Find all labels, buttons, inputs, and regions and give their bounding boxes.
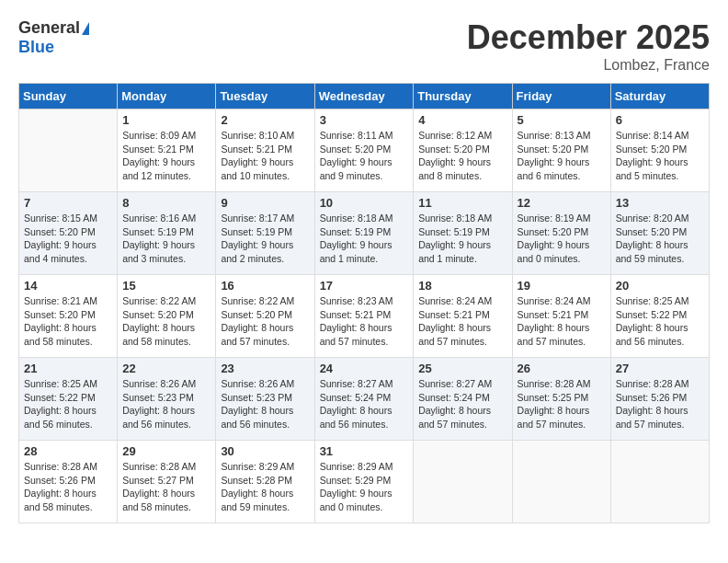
calendar-day-cell: 16Sunrise: 8:22 AMSunset: 5:20 PMDayligh… (216, 275, 314, 358)
day-info: Sunrise: 8:29 AMSunset: 5:29 PMDaylight:… (320, 460, 409, 514)
day-number: 9 (221, 196, 309, 210)
day-info: Sunrise: 8:26 AMSunset: 5:23 PMDaylight:… (221, 377, 309, 431)
day-number: 25 (418, 362, 506, 375)
calendar-header-row: SundayMondayTuesdayWednesdayThursdayFrid… (19, 84, 710, 109)
day-of-week-header: Tuesday (216, 84, 314, 109)
calendar-day-cell: 2Sunrise: 8:10 AMSunset: 5:21 PMDaylight… (216, 109, 314, 192)
day-info: Sunrise: 8:18 AMSunset: 5:19 PMDaylight:… (418, 212, 506, 266)
calendar-day-cell: 21Sunrise: 8:25 AMSunset: 5:22 PMDayligh… (19, 358, 118, 441)
day-number: 10 (320, 196, 409, 210)
calendar-day-cell: 24Sunrise: 8:27 AMSunset: 5:24 PMDayligh… (314, 358, 414, 441)
day-info: Sunrise: 8:11 AMSunset: 5:20 PMDaylight:… (320, 129, 409, 183)
day-number: 14 (24, 279, 112, 293)
calendar-day-cell (610, 441, 709, 523)
day-info: Sunrise: 8:15 AMSunset: 5:20 PMDaylight:… (24, 212, 112, 266)
day-info: Sunrise: 8:28 AMSunset: 5:27 PMDaylight:… (122, 460, 210, 514)
calendar: SundayMondayTuesdayWednesdayThursdayFrid… (18, 83, 710, 523)
day-of-week-header: Saturday (610, 84, 709, 109)
calendar-week-row: 14Sunrise: 8:21 AMSunset: 5:20 PMDayligh… (19, 275, 710, 358)
day-info: Sunrise: 8:09 AMSunset: 5:21 PMDaylight:… (122, 129, 210, 183)
calendar-day-cell: 8Sunrise: 8:16 AMSunset: 5:19 PMDaylight… (118, 192, 216, 275)
calendar-day-cell: 3Sunrise: 8:11 AMSunset: 5:20 PMDaylight… (314, 109, 414, 192)
day-info: Sunrise: 8:25 AMSunset: 5:22 PMDaylight:… (24, 377, 112, 431)
day-number: 13 (616, 196, 704, 210)
calendar-day-cell: 28Sunrise: 8:28 AMSunset: 5:26 PMDayligh… (19, 441, 118, 523)
calendar-day-cell: 11Sunrise: 8:18 AMSunset: 5:19 PMDayligh… (414, 192, 512, 275)
day-number: 24 (320, 362, 409, 375)
day-info: Sunrise: 8:28 AMSunset: 5:26 PMDaylight:… (24, 460, 112, 514)
logo: General Blue (18, 18, 89, 57)
day-number: 17 (320, 279, 409, 293)
day-number: 22 (122, 362, 210, 375)
day-number: 31 (320, 444, 409, 458)
calendar-day-cell: 27Sunrise: 8:28 AMSunset: 5:26 PMDayligh… (610, 358, 709, 441)
calendar-week-row: 21Sunrise: 8:25 AMSunset: 5:22 PMDayligh… (19, 358, 710, 441)
day-info: Sunrise: 8:17 AMSunset: 5:19 PMDaylight:… (221, 212, 309, 266)
calendar-week-row: 1Sunrise: 8:09 AMSunset: 5:21 PMDaylight… (19, 109, 710, 192)
day-info: Sunrise: 8:23 AMSunset: 5:21 PMDaylight:… (320, 294, 409, 349)
calendar-day-cell: 6Sunrise: 8:14 AMSunset: 5:20 PMDaylight… (610, 109, 709, 192)
day-of-week-header: Friday (512, 84, 610, 109)
day-info: Sunrise: 8:27 AMSunset: 5:24 PMDaylight:… (320, 377, 409, 431)
month-title: December 2025 (467, 18, 710, 57)
day-info: Sunrise: 8:19 AMSunset: 5:20 PMDaylight:… (518, 212, 606, 266)
day-number: 6 (616, 113, 704, 127)
day-info: Sunrise: 8:12 AMSunset: 5:20 PMDaylight:… (418, 129, 506, 183)
calendar-day-cell: 26Sunrise: 8:28 AMSunset: 5:25 PMDayligh… (512, 358, 610, 441)
day-info: Sunrise: 8:22 AMSunset: 5:20 PMDaylight:… (221, 294, 309, 349)
day-info: Sunrise: 8:25 AMSunset: 5:22 PMDaylight:… (616, 294, 704, 349)
calendar-day-cell: 19Sunrise: 8:24 AMSunset: 5:21 PMDayligh… (512, 275, 610, 358)
logo-general-text: General (18, 18, 80, 38)
calendar-day-cell: 5Sunrise: 8:13 AMSunset: 5:20 PMDaylight… (512, 109, 610, 192)
calendar-day-cell (512, 441, 610, 523)
calendar-day-cell: 22Sunrise: 8:26 AMSunset: 5:23 PMDayligh… (118, 358, 216, 441)
day-info: Sunrise: 8:27 AMSunset: 5:24 PMDaylight:… (418, 377, 506, 431)
day-info: Sunrise: 8:10 AMSunset: 5:21 PMDaylight:… (221, 129, 309, 183)
day-info: Sunrise: 8:21 AMSunset: 5:20 PMDaylight:… (24, 294, 112, 349)
day-number: 1 (122, 113, 210, 127)
calendar-day-cell: 20Sunrise: 8:25 AMSunset: 5:22 PMDayligh… (610, 275, 709, 358)
day-number: 23 (221, 362, 309, 375)
calendar-day-cell: 25Sunrise: 8:27 AMSunset: 5:24 PMDayligh… (414, 358, 512, 441)
calendar-day-cell: 14Sunrise: 8:21 AMSunset: 5:20 PMDayligh… (19, 275, 118, 358)
day-number: 5 (518, 113, 606, 127)
calendar-day-cell: 4Sunrise: 8:12 AMSunset: 5:20 PMDaylight… (414, 109, 512, 192)
day-info: Sunrise: 8:28 AMSunset: 5:26 PMDaylight:… (616, 377, 704, 431)
day-info: Sunrise: 8:16 AMSunset: 5:19 PMDaylight:… (122, 212, 210, 266)
day-number: 7 (24, 196, 112, 210)
day-info: Sunrise: 8:26 AMSunset: 5:23 PMDaylight:… (122, 377, 210, 431)
day-info: Sunrise: 8:29 AMSunset: 5:28 PMDaylight:… (221, 460, 309, 514)
day-number: 19 (518, 279, 606, 293)
calendar-day-cell: 23Sunrise: 8:26 AMSunset: 5:23 PMDayligh… (216, 358, 314, 441)
day-number: 11 (418, 196, 506, 210)
day-info: Sunrise: 8:22 AMSunset: 5:20 PMDaylight:… (122, 294, 210, 349)
calendar-week-row: 7Sunrise: 8:15 AMSunset: 5:20 PMDaylight… (19, 192, 710, 275)
day-number: 30 (221, 444, 309, 458)
calendar-day-cell: 30Sunrise: 8:29 AMSunset: 5:28 PMDayligh… (216, 441, 314, 523)
day-number: 29 (122, 444, 210, 458)
calendar-day-cell: 7Sunrise: 8:15 AMSunset: 5:20 PMDaylight… (19, 192, 118, 275)
day-number: 4 (418, 113, 506, 127)
day-of-week-header: Wednesday (314, 84, 414, 109)
day-of-week-header: Monday (118, 84, 216, 109)
day-info: Sunrise: 8:24 AMSunset: 5:21 PMDaylight:… (418, 294, 506, 349)
day-info: Sunrise: 8:14 AMSunset: 5:20 PMDaylight:… (616, 129, 704, 183)
header: General Blue December 2025 Lombez, Franc… (18, 18, 710, 74)
logo-blue-text: Blue (18, 38, 54, 57)
logo-icon (82, 22, 89, 35)
calendar-day-cell: 31Sunrise: 8:29 AMSunset: 5:29 PMDayligh… (314, 441, 414, 523)
day-number: 21 (24, 362, 112, 375)
day-number: 20 (616, 279, 704, 293)
day-number: 3 (320, 113, 409, 127)
day-number: 12 (518, 196, 606, 210)
title-area: December 2025 Lombez, France (467, 18, 710, 74)
day-number: 26 (518, 362, 606, 375)
day-number: 18 (418, 279, 506, 293)
day-info: Sunrise: 8:20 AMSunset: 5:20 PMDaylight:… (616, 212, 704, 266)
day-number: 27 (616, 362, 704, 375)
calendar-day-cell: 12Sunrise: 8:19 AMSunset: 5:20 PMDayligh… (512, 192, 610, 275)
day-info: Sunrise: 8:13 AMSunset: 5:20 PMDaylight:… (518, 129, 606, 183)
day-number: 28 (24, 444, 112, 458)
calendar-day-cell (19, 109, 118, 192)
day-info: Sunrise: 8:18 AMSunset: 5:19 PMDaylight:… (320, 212, 409, 266)
